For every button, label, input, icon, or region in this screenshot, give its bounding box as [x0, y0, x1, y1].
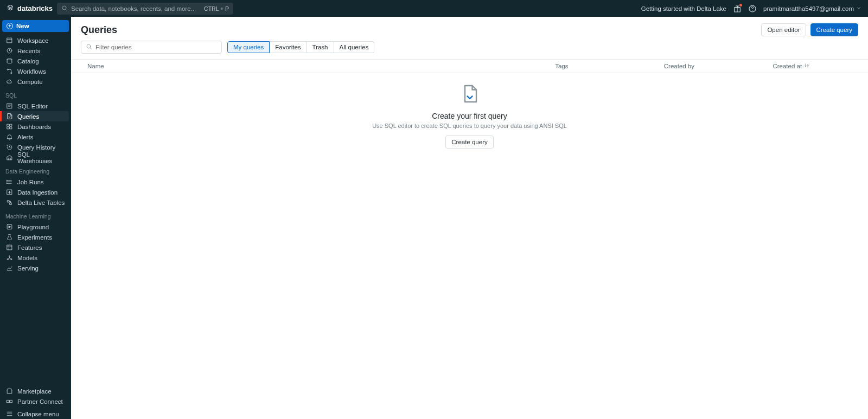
sidebar-item-sql-warehouses[interactable]: SQL Warehouses	[2, 152, 69, 163]
features-icon	[5, 244, 13, 252]
sidebar-item-data-ingestion[interactable]: Data Ingestion	[2, 187, 69, 197]
topbar: databricks Search data, notebooks, recen…	[0, 0, 868, 17]
main-content: Queries Open editor Create query My quer…	[71, 17, 868, 419]
sidebar-item-workspace[interactable]: Workspace	[2, 35, 69, 46]
tab-all-queries[interactable]: All queries	[334, 41, 375, 53]
queries-icon	[5, 113, 13, 120]
sidebar-item-label: Experiments	[17, 234, 52, 241]
sidebar-item-experiments[interactable]: Experiments	[2, 232, 69, 242]
workspace-icon	[5, 37, 13, 44]
sidebar-item-workflows[interactable]: Workflows	[2, 66, 69, 76]
sidebar-item-features[interactable]: Features	[2, 242, 69, 253]
page-header: Queries Open editor Create query	[71, 17, 868, 41]
sidebar-item-marketplace[interactable]: Marketplace	[2, 386, 69, 396]
store-icon	[5, 388, 13, 395]
models-icon	[5, 254, 13, 262]
tab-trash[interactable]: Trash	[307, 41, 334, 53]
user-email: pramitmarattha5497@gmail.com	[763, 5, 854, 12]
empty-subtitle: Use SQL editor to create SQL queries to …	[372, 123, 567, 129]
sidebar-item-label: Workflows	[17, 68, 46, 75]
sidebar-item-playground[interactable]: Playground	[2, 222, 69, 232]
col-created-by[interactable]: Created by	[664, 63, 773, 69]
svg-point-12	[7, 180, 7, 181]
svg-rect-17	[7, 245, 12, 250]
sidebar-item-delta-live-tables[interactable]: Delta Live Tables	[2, 197, 69, 208]
chevron-down-icon	[856, 5, 861, 12]
filter-queries-input[interactable]	[81, 41, 222, 54]
plus-icon: +	[7, 23, 13, 29]
gift-icon[interactable]	[733, 4, 742, 13]
empty-state: Create your first query Use SQL editor t…	[71, 73, 868, 419]
brand-logo[interactable]: databricks	[7, 4, 53, 13]
sql-editor-icon	[5, 102, 13, 110]
tab-my-queries[interactable]: My queries	[227, 41, 270, 53]
databricks-icon	[7, 4, 14, 13]
empty-file-icon	[460, 83, 480, 112]
play-icon	[5, 223, 13, 231]
clock-icon	[5, 47, 13, 55]
sidebar-item-compute[interactable]: Compute	[2, 76, 69, 87]
query-scope-tabs: My queriesFavoritesTrashAll queries	[227, 41, 374, 53]
catalog-icon	[5, 57, 13, 65]
sidebar-item-alerts[interactable]: Alerts	[2, 132, 69, 142]
empty-create-query-button[interactable]: Create query	[445, 136, 493, 149]
svg-rect-3	[7, 38, 12, 43]
sidebar-item-label: Compute	[17, 79, 43, 85]
brand-text: databricks	[17, 4, 53, 12]
warehouse-icon	[5, 154, 13, 162]
partner-icon	[5, 398, 13, 405]
sidebar-section-label: SQL	[2, 87, 69, 101]
new-button[interactable]: + New	[2, 20, 69, 32]
sidebar-item-serving[interactable]: Serving	[2, 263, 69, 273]
svg-rect-10	[7, 127, 9, 129]
sort-icon	[804, 63, 809, 69]
sidebar-item-label: Catalog	[17, 58, 39, 65]
svg-rect-22	[10, 400, 12, 402]
tab-favorites[interactable]: Favorites	[270, 41, 307, 53]
sidebar-item-sql-editor[interactable]: SQL Editor	[2, 101, 69, 111]
sidebar-section-label: Machine Learning	[2, 208, 69, 222]
filter-queries-field[interactable]	[95, 44, 217, 50]
dlt-icon	[5, 199, 13, 207]
page-title: Queries	[81, 24, 117, 36]
sidebar-item-label: SQL Warehouses	[17, 151, 66, 164]
col-name[interactable]: Name	[81, 63, 555, 69]
sidebar-item-label: Serving	[17, 265, 39, 272]
collapse-label: Collapse menu	[17, 411, 59, 417]
user-menu[interactable]: pramitmarattha5497@gmail.com	[763, 5, 861, 12]
cloud-icon	[5, 78, 13, 86]
sidebar-item-models[interactable]: Models	[2, 253, 69, 263]
sidebar-item-label: Dashboards	[17, 124, 51, 130]
sidebar-item-label: Alerts	[17, 134, 33, 140]
new-button-label: New	[16, 23, 29, 29]
flask-icon	[5, 234, 13, 241]
svg-rect-7	[7, 104, 12, 108]
sidebar-item-job-runs[interactable]: Job Runs	[2, 177, 69, 187]
svg-point-13	[7, 182, 7, 182]
sidebar-item-partner-connect[interactable]: Partner Connect	[2, 396, 69, 407]
search-icon	[86, 43, 92, 51]
table-header: Name Tags Created by Created at	[71, 59, 868, 73]
col-tags[interactable]: Tags	[555, 63, 664, 69]
search-icon	[61, 5, 68, 12]
help-icon[interactable]	[748, 4, 757, 13]
sidebar-item-queries[interactable]: Queries	[2, 111, 69, 121]
sidebar-item-dashboards[interactable]: Dashboards	[2, 121, 69, 132]
sidebar-item-label: Queries	[17, 113, 39, 120]
open-editor-button[interactable]: Open editor	[761, 23, 806, 36]
sidebar-item-label: Partner Connect	[17, 398, 63, 405]
svg-rect-9	[10, 124, 12, 126]
create-query-button[interactable]: Create query	[810, 23, 858, 36]
empty-title: Create your first query	[432, 112, 507, 120]
collapse-menu[interactable]: Collapse menu	[2, 409, 69, 419]
sidebar-item-recents[interactable]: Recents	[2, 46, 69, 56]
sidebar-item-label: Recents	[17, 48, 40, 54]
global-search[interactable]: Search data, notebooks, recents, and mor…	[57, 3, 233, 15]
getting-started-link[interactable]: Getting started with Delta Lake	[641, 5, 726, 12]
sidebar-item-catalog[interactable]: Catalog	[2, 56, 69, 66]
topbar-right: Getting started with Delta Lake pramitma…	[641, 4, 861, 13]
collapse-icon	[5, 410, 13, 418]
sidebar-item-label: Playground	[17, 224, 49, 230]
col-created-at[interactable]: Created at	[773, 63, 858, 69]
sidebar-item-label: Data Ingestion	[17, 189, 58, 196]
